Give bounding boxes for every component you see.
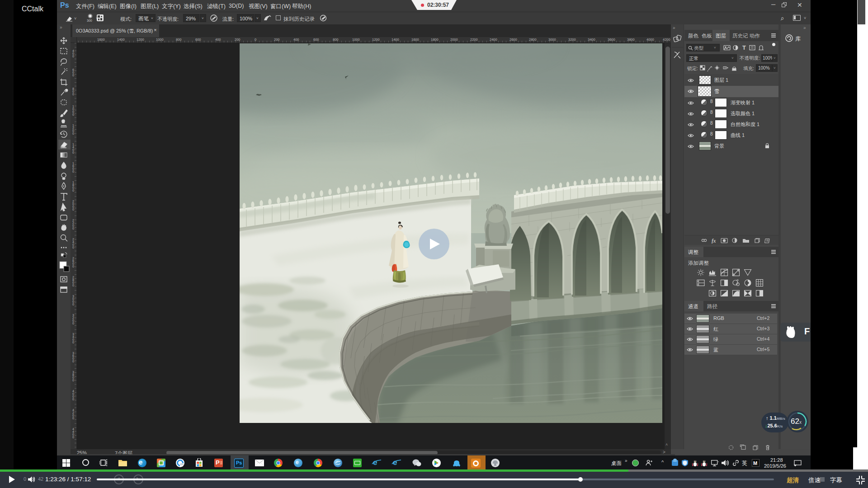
svg-text:600: 600 (313, 38, 319, 42)
svg-text:800: 800 (176, 38, 182, 42)
svg-text:2400: 2400 (490, 38, 497, 42)
svg-text:3400: 3400 (588, 38, 595, 42)
svg-text:1600: 1600 (411, 38, 419, 42)
svg-text:200: 200 (235, 38, 241, 42)
svg-text:3600: 3600 (608, 38, 615, 42)
svg-text:1000: 1000 (352, 38, 360, 42)
svg-text:2600: 2600 (509, 38, 517, 42)
svg-text:400: 400 (215, 38, 221, 42)
svg-text:4200: 4200 (663, 38, 670, 42)
svg-text:T: T (742, 44, 746, 51)
svg-text:1400: 1400 (117, 38, 125, 42)
svg-text:1000: 1000 (156, 38, 164, 42)
svg-text:1600: 1600 (97, 38, 105, 42)
svg-text:1800: 1800 (431, 38, 439, 42)
svg-text:0: 0 (255, 38, 256, 42)
svg-text:fx: fx (712, 238, 716, 244)
svg-text:3800: 3800 (627, 38, 635, 42)
svg-text:2800: 2800 (529, 38, 537, 42)
svg-text:4000: 4000 (646, 38, 654, 42)
svg-text:2200: 2200 (470, 38, 478, 42)
svg-text:2000: 2000 (450, 38, 458, 42)
svg-text:200: 200 (274, 38, 280, 42)
svg-text:1400: 1400 (392, 38, 399, 42)
svg-text:1200: 1200 (137, 38, 144, 42)
svg-text:600: 600 (195, 38, 201, 42)
svg-text:400: 400 (293, 38, 299, 42)
svg-text:3000: 3000 (548, 38, 556, 42)
svg-text:1200: 1200 (372, 38, 380, 42)
svg-text:3200: 3200 (568, 38, 576, 42)
svg-text:800: 800 (333, 38, 339, 42)
